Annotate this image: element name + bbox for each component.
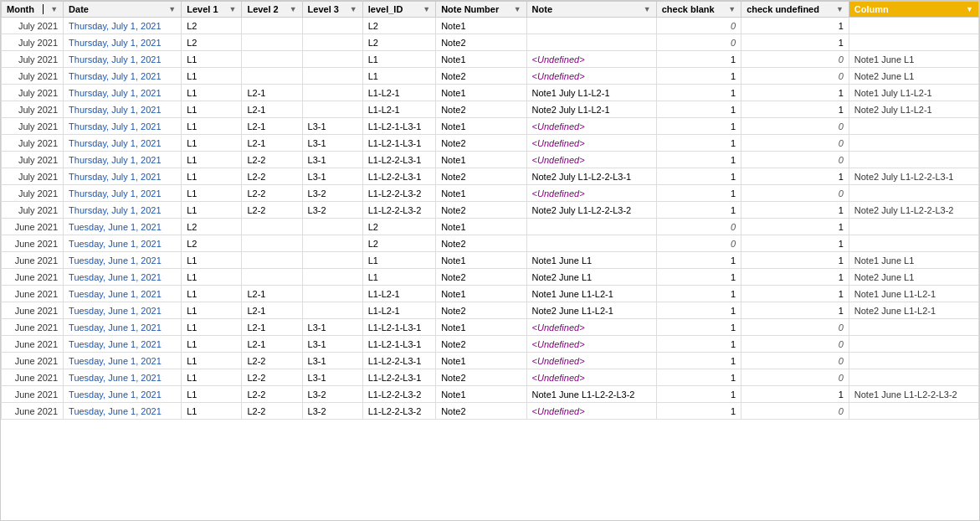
cell-date: Tuesday, June 1, 2021 (64, 319, 182, 336)
table-row[interactable]: July 2021Thursday, July 1, 2021L2L2Note2… (2, 34, 979, 51)
cell-note_number: Note1 (436, 85, 526, 101)
table-row[interactable]: July 2021Thursday, July 1, 2021L1L2-1L3-… (2, 135, 979, 152)
cell-check_undefined: 0 (741, 403, 849, 420)
col-header-column[interactable]: Column▼ (849, 2, 978, 18)
cell-check_blank: 0 (656, 219, 741, 235)
cell-level1: L2 (182, 219, 242, 235)
table-row[interactable]: June 2021Tuesday, June 1, 2021L1L2-1L1-L… (2, 302, 979, 319)
cell-level_id: L1-L2-1-L3-1 (362, 336, 435, 353)
table-row[interactable]: June 2021Tuesday, June 1, 2021L1L2-1L3-1… (2, 336, 979, 353)
cell-level_id: L1-L2-2-L3-2 (362, 185, 435, 202)
cell-check_blank: 0 (656, 18, 741, 34)
cell-date: Tuesday, June 1, 2021 (64, 269, 182, 286)
col-header-check_blank[interactable]: check blank▼ (656, 2, 741, 18)
cell-note_number: Note1 (436, 286, 526, 302)
table-row[interactable]: July 2021Thursday, July 1, 2021L1L1Note2… (2, 68, 979, 85)
cell-note_number: Note2 (436, 202, 526, 219)
table-row[interactable]: July 2021Thursday, July 1, 2021L1L2-2L3-… (2, 202, 979, 219)
cell-check_blank: 1 (656, 135, 741, 152)
table-row[interactable]: July 2021Thursday, July 1, 2021L1L2-1L1-… (2, 85, 979, 101)
table-row[interactable]: June 2021Tuesday, June 1, 2021L1L1Note1N… (2, 252, 979, 269)
cell-note: Note2 July L1-L2-2-L3-1 (526, 168, 656, 185)
cell-date: Thursday, July 1, 2021 (64, 51, 182, 68)
col-header-level3[interactable]: Level 3▼ (302, 2, 362, 18)
col-header-date[interactable]: Date▼ (64, 2, 182, 18)
table-row[interactable]: July 2021Thursday, July 1, 2021L1L1Note1… (2, 51, 979, 68)
table-row[interactable]: July 2021Thursday, July 1, 2021L1L2-2L3-… (2, 168, 979, 185)
sort-icon-level3[interactable]: ▼ (350, 5, 357, 13)
col-header-check_undefined[interactable]: check undefined▼ (741, 2, 849, 18)
cell-check_undefined: 1 (741, 286, 849, 302)
table-row[interactable]: June 2021Tuesday, June 1, 2021L1L2-2L3-1… (2, 369, 979, 386)
cell-level1: L1 (182, 85, 242, 101)
table-row[interactable]: June 2021Tuesday, June 1, 2021L2L2Note10… (2, 219, 979, 235)
sort-icon-month[interactable]: ▼ (50, 5, 58, 13)
sort-icon-check_blank[interactable]: ▼ (728, 5, 736, 13)
table-row[interactable]: June 2021Tuesday, June 1, 2021L1L2-1L1-L… (2, 286, 979, 302)
col-header-level1[interactable]: Level 1▼ (182, 2, 242, 18)
table-row[interactable]: July 2021Thursday, July 1, 2021L2L2Note1… (2, 18, 979, 34)
cell-level1: L1 (182, 135, 242, 152)
cell-note_number: Note1 (436, 152, 526, 168)
cell-column (849, 18, 978, 34)
cell-level2 (242, 18, 302, 34)
cell-month: July 2021 (2, 185, 64, 202)
cell-column: Note1 June L1-L2-2-L3-2 (849, 386, 978, 403)
cell-check_blank: 1 (656, 302, 741, 319)
cell-note: <Undefined> (526, 68, 656, 85)
data-table-container[interactable]: Month▼Date▼Level 1▼Level 2▼Level 3▼level… (0, 0, 980, 521)
table-row[interactable]: June 2021Tuesday, June 1, 2021L1L1Note2N… (2, 269, 979, 286)
cell-note: <Undefined> (526, 152, 656, 168)
sort-icon-level2[interactable]: ▼ (290, 5, 297, 13)
table-row[interactable]: July 2021Thursday, July 1, 2021L1L2-1L1-… (2, 101, 979, 118)
cell-note_number: Note2 (436, 34, 526, 51)
cell-column: Note2 July L1-L2-2-L3-2 (849, 202, 978, 219)
col-header-note[interactable]: Note▼ (526, 2, 656, 18)
cell-check_undefined: 1 (741, 202, 849, 219)
cell-note: Note2 July L1-L2-1 (526, 101, 656, 118)
col-header-label-level3: Level 3 (308, 4, 339, 14)
col-header-note_number[interactable]: Note Number▼ (436, 2, 526, 18)
cell-month: July 2021 (2, 85, 64, 101)
cell-check_undefined: 0 (741, 51, 849, 68)
cell-check_undefined: 0 (741, 152, 849, 168)
cell-check_undefined: 1 (741, 101, 849, 118)
sort-icon-note[interactable]: ▼ (644, 5, 651, 13)
sort-icon-date[interactable]: ▼ (168, 5, 176, 13)
cell-date: Thursday, July 1, 2021 (64, 34, 182, 51)
col-header-month[interactable]: Month▼ (2, 2, 64, 18)
col-header-level_id[interactable]: level_ID▼ (362, 2, 435, 18)
cell-check_undefined: 1 (741, 235, 849, 252)
col-header-level2[interactable]: Level 2▼ (242, 2, 302, 18)
table-row[interactable]: June 2021Tuesday, June 1, 2021L2L2Note20… (2, 235, 979, 252)
cell-level_id: L1-L2-1 (362, 302, 435, 319)
cell-level2: L2-2 (242, 403, 302, 420)
sort-icon-check_undefined[interactable]: ▼ (836, 5, 844, 13)
cell-note: <Undefined> (526, 353, 656, 369)
table-row[interactable]: June 2021Tuesday, June 1, 2021L1L2-1L3-1… (2, 319, 979, 336)
sort-icon-note_number[interactable]: ▼ (514, 5, 521, 13)
table-row[interactable]: July 2021Thursday, July 1, 2021L1L2-2L3-… (2, 152, 979, 168)
table-row[interactable]: June 2021Tuesday, June 1, 2021L1L2-2L3-1… (2, 353, 979, 369)
cell-note_number: Note2 (436, 269, 526, 286)
cell-note: <Undefined> (526, 185, 656, 202)
cell-level2 (242, 219, 302, 235)
cell-level_id: L1 (362, 68, 435, 85)
sort-icon-level_id[interactable]: ▼ (423, 5, 430, 13)
sort-icon-column[interactable]: ▼ (966, 5, 973, 13)
sort-icon-level1[interactable]: ▼ (228, 5, 236, 13)
cell-column (849, 369, 978, 386)
cell-note_number: Note2 (436, 403, 526, 420)
cell-note_number: Note1 (436, 319, 526, 336)
cell-check_blank: 1 (656, 202, 741, 219)
cell-date: Thursday, July 1, 2021 (64, 18, 182, 34)
table-row[interactable]: June 2021Tuesday, June 1, 2021L1L2-2L3-2… (2, 403, 979, 420)
cell-column (849, 235, 978, 252)
table-row[interactable]: June 2021Tuesday, June 1, 2021L1L2-2L3-2… (2, 386, 979, 403)
cell-level_id: L2 (362, 34, 435, 51)
cell-column: Note2 July L1-L2-2-L3-1 (849, 168, 978, 185)
table-row[interactable]: July 2021Thursday, July 1, 2021L1L2-1L3-… (2, 118, 979, 135)
cell-level1: L1 (182, 336, 242, 353)
cell-level1: L2 (182, 18, 242, 34)
table-row[interactable]: July 2021Thursday, July 1, 2021L1L2-2L3-… (2, 185, 979, 202)
